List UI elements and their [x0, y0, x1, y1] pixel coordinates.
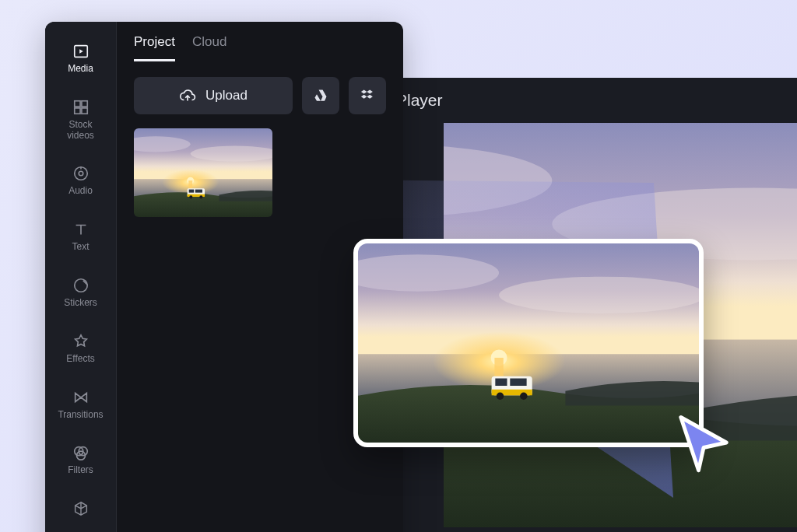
tabs: Project Cloud: [117, 22, 403, 61]
sidebar-item-audio[interactable]: Audio: [45, 161, 116, 200]
editor-window: Media Stock videos Audio: [45, 22, 403, 532]
sidebar-item-label: Effects: [66, 354, 94, 365]
media-grid: [117, 128, 403, 217]
upload-button-label: Upload: [205, 88, 248, 103]
sidebar-item-label: Stickers: [64, 298, 97, 309]
dropbox-button[interactable]: [349, 77, 386, 114]
sidebar-item-label: Transitions: [58, 410, 103, 421]
svg-point-21: [74, 279, 87, 292]
dragged-media-preview[interactable]: [353, 239, 704, 447]
upload-button[interactable]: Upload: [134, 77, 293, 114]
sidebar-item-effects[interactable]: Effects: [45, 329, 116, 368]
cloud-upload-icon: [179, 87, 196, 104]
svg-rect-16: [81, 101, 86, 107]
sidebar: Media Stock videos Audio: [45, 22, 117, 532]
effects-icon: [72, 332, 90, 351]
google-drive-button[interactable]: [302, 77, 339, 114]
sidebar-item-label: Audio: [68, 186, 93, 197]
stock-videos-icon: [72, 98, 90, 117]
sidebar-item-filters[interactable]: Filters: [45, 440, 116, 479]
stickers-icon: [72, 276, 90, 295]
svg-rect-18: [81, 108, 86, 114]
transitions-icon: [72, 388, 90, 407]
text-icon: [72, 220, 90, 239]
tab-cloud[interactable]: Cloud: [192, 34, 226, 61]
tab-project[interactable]: Project: [134, 34, 175, 61]
dropbox-icon: [360, 88, 375, 103]
player-header: Player: [377, 78, 797, 123]
sidebar-item-label: Stock videos: [67, 120, 94, 142]
svg-point-20: [79, 172, 83, 177]
sidebar-item-label: Filters: [68, 465, 93, 476]
svg-rect-17: [74, 108, 79, 114]
cube-icon: [72, 499, 90, 518]
sidebar-item-label: Text: [72, 242, 89, 253]
upload-row: Upload: [117, 61, 403, 128]
sidebar-item-transitions[interactable]: Transitions: [45, 385, 116, 424]
audio-icon: [72, 164, 90, 183]
sidebar-item-label: Media: [68, 64, 93, 75]
sidebar-item-media[interactable]: Media: [45, 39, 116, 78]
sidebar-item-stickers[interactable]: Stickers: [45, 273, 116, 312]
sidebar-item-stock-videos[interactable]: Stock videos: [45, 95, 116, 145]
sidebar-item-more[interactable]: [45, 496, 116, 521]
media-thumbnail[interactable]: [134, 128, 272, 217]
filters-icon: [72, 443, 90, 462]
google-drive-icon: [313, 88, 328, 103]
svg-rect-15: [74, 101, 79, 107]
media-icon: [72, 42, 90, 61]
sidebar-item-text[interactable]: Text: [45, 217, 116, 256]
